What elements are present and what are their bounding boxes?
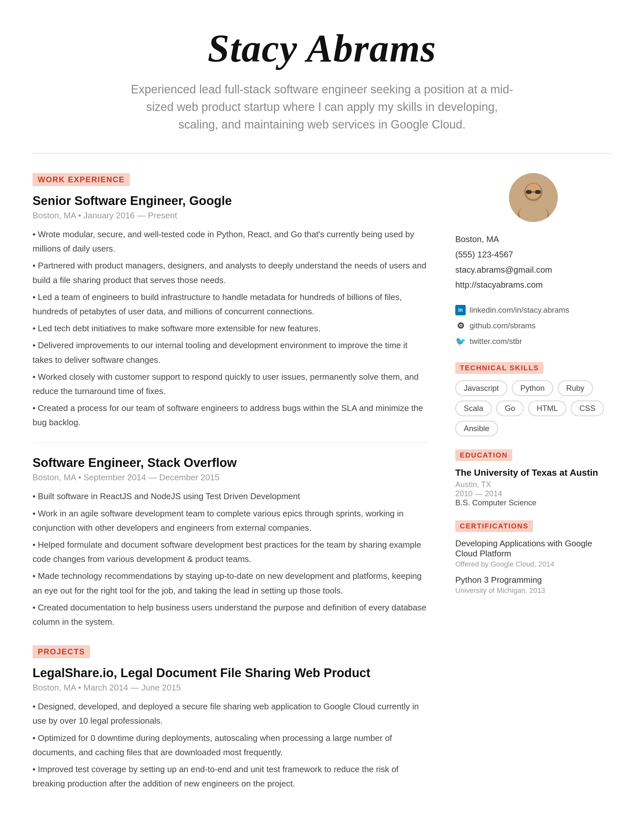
job-2-title: Software Engineer, Stack Overflow — [32, 456, 429, 470]
edu-years: 2010 — 2014 — [455, 489, 612, 498]
project-1-bullets: • Designed, developed, and deployed a se… — [32, 699, 429, 791]
bullet: • Led tech debt initiatives to make soft… — [32, 321, 429, 336]
cert-2-issuer: University of Michigan, 2013 — [455, 586, 612, 595]
contact-phone: (555) 123-4567 — [455, 247, 612, 262]
cert-1: Developing Applications with Google Clou… — [455, 539, 612, 568]
project-1: LegalShare.io, Legal Document File Shari… — [32, 666, 429, 791]
linkedin-label: linkedin.com/in/stacy.abrams — [470, 302, 569, 318]
twitter-label: twitter.com/stbr — [470, 333, 522, 349]
main-column: WORK EXPERIENCE Senior Software Engineer… — [32, 173, 429, 807]
bullet: • Designed, developed, and deployed a se… — [32, 699, 429, 728]
skill-python: Python — [512, 380, 553, 396]
skills-grid: Javascript Python Ruby Scala Go HTML CSS… — [455, 380, 612, 436]
resume-header: Stacy Abrams Experienced lead full-stack… — [32, 26, 612, 154]
bullet: • Wrote modular, secure, and well-tested… — [32, 227, 429, 256]
job-1: Senior Software Engineer, Google Boston,… — [32, 194, 429, 429]
education-label: EDUCATION — [455, 449, 512, 461]
edu-degree: B.S. Computer Science — [455, 498, 612, 507]
technical-skills-section: TECHNICAL SKILLS Javascript Python Ruby … — [455, 362, 612, 436]
social-github: ⚙ github.com/sbrams — [455, 318, 612, 333]
work-experience-section: WORK EXPERIENCE Senior Software Engineer… — [32, 173, 429, 629]
cert-1-issuer: Offered by Google Cloud, 2014 — [455, 560, 612, 568]
project-1-title: LegalShare.io, Legal Document File Shari… — [32, 666, 429, 680]
edu-location: Austin, TX — [455, 480, 612, 489]
skill-css: CSS — [571, 400, 604, 416]
skill-html: HTML — [528, 400, 566, 416]
bullet: • Built software in ReactJS and NodeJS u… — [32, 489, 429, 503]
certifications-section: CERTIFICATIONS Developing Applications w… — [455, 520, 612, 595]
bullet: • Made technology recommendations by sta… — [32, 569, 429, 597]
skill-ansible: Ansible — [455, 421, 498, 436]
cert-1-title: Developing Applications with Google Clou… — [455, 539, 612, 559]
bullet: • Worked closely with customer support t… — [32, 370, 429, 398]
bullet: • Delivered improvements to our internal… — [32, 338, 429, 367]
work-experience-label: WORK EXPERIENCE — [32, 173, 130, 186]
contact-info: Boston, MA (555) 123-4567 stacy.abrams@g… — [455, 232, 612, 293]
bullet: • Work in an agile software development … — [32, 506, 429, 535]
projects-label: PROJECTS — [32, 645, 90, 658]
svg-rect-6 — [535, 190, 541, 194]
skill-go: Go — [496, 400, 523, 416]
bullet: • Improved test coverage by setting up a… — [32, 762, 429, 791]
avatar — [509, 173, 558, 222]
skill-ruby: Ruby — [558, 380, 593, 396]
job-1-bullets: • Wrote modular, secure, and well-tested… — [32, 227, 429, 429]
bullet: • Partnered with product managers, desig… — [32, 258, 429, 287]
contact-city: Boston, MA — [455, 232, 612, 247]
avatar-wrap — [455, 173, 612, 222]
social-links: in linkedin.com/in/stacy.abrams ⚙ github… — [455, 302, 612, 349]
social-linkedin: in linkedin.com/in/stacy.abrams — [455, 302, 612, 318]
technical-skills-label: TECHNICAL SKILLS — [455, 362, 543, 374]
contact-website: http://stacyabrams.com — [455, 277, 612, 293]
social-twitter: 🐦 twitter.com/stbr — [455, 333, 612, 349]
linkedin-icon: in — [455, 305, 466, 315]
job-1-meta: Boston, MA • January 2016 — Present — [32, 211, 429, 220]
certifications-label: CERTIFICATIONS — [455, 520, 533, 532]
bullet: • Optimized for 0 downtime during deploy… — [32, 731, 429, 759]
bullet: • Created documentation to help business… — [32, 600, 429, 629]
project-1-meta: Boston, MA • March 2014 — June 2015 — [32, 683, 429, 693]
edu-school: The University of Texas at Austin — [455, 468, 612, 478]
bullet: • Led a team of engineers to build infra… — [32, 290, 429, 318]
cert-2: Python 3 Programming University of Michi… — [455, 575, 612, 595]
skill-scala: Scala — [455, 400, 492, 416]
candidate-name: Stacy Abrams — [32, 26, 612, 71]
cert-2-title: Python 3 Programming — [455, 575, 612, 585]
resume-page: Stacy Abrams Experienced lead full-stack… — [0, 0, 644, 833]
education-section: EDUCATION The University of Texas at Aus… — [455, 449, 612, 507]
contact-email: stacy.abrams@gmail.com — [455, 262, 612, 278]
skill-javascript: Javascript — [455, 380, 507, 396]
bullet: • Helped formulate and document software… — [32, 537, 429, 566]
bullet: • Created a process for our team of soft… — [32, 401, 429, 429]
job-2-bullets: • Built software in ReactJS and NodeJS u… — [32, 489, 429, 629]
twitter-icon: 🐦 — [455, 336, 466, 347]
divider — [32, 442, 429, 443]
github-label: github.com/sbrams — [470, 318, 536, 333]
github-icon: ⚙ — [455, 320, 466, 331]
body-layout: WORK EXPERIENCE Senior Software Engineer… — [32, 173, 612, 807]
svg-rect-5 — [526, 190, 532, 194]
sidebar-column: Boston, MA (555) 123-4567 stacy.abrams@g… — [455, 173, 612, 608]
job-1-title: Senior Software Engineer, Google — [32, 194, 429, 208]
projects-section: PROJECTS LegalShare.io, Legal Document F… — [32, 645, 429, 791]
candidate-tagline: Experienced lead full-stack software eng… — [127, 81, 517, 133]
job-2-meta: Boston, MA • September 2014 — December 2… — [32, 473, 429, 482]
job-2: Software Engineer, Stack Overflow Boston… — [32, 456, 429, 629]
